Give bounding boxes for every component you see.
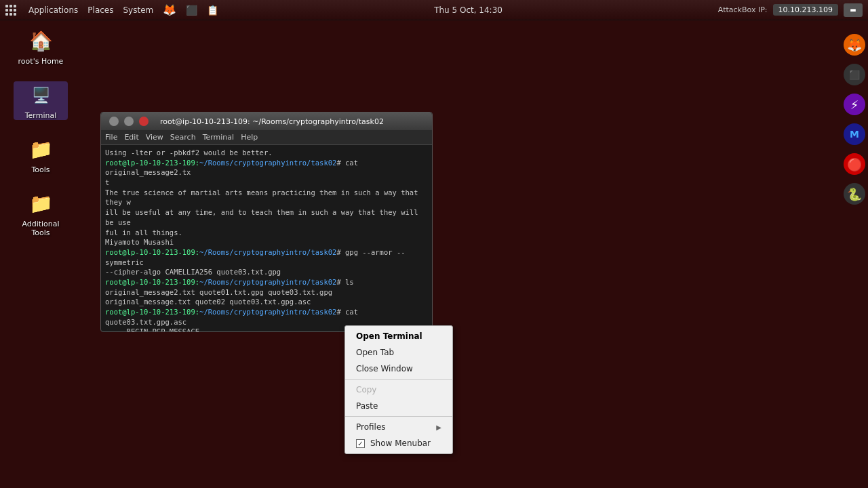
terminal-line: root@lp-10-10-213-109:~/Rooms/cryptograp… — [105, 247, 428, 267]
apps-grid-icon — [5, 5, 16, 16]
ctx-paste[interactable]: Paste — [345, 398, 452, 414]
ctx-profiles-label: Profiles — [356, 422, 386, 432]
taskbar-datetime: Thu 5 Oct, 14:30 — [434, 5, 502, 15]
tools-icon-label: Tools — [31, 165, 50, 174]
taskbar-button[interactable]: ▬ — [844, 3, 863, 17]
terminal-title: root@ip-10-10-213-109: ~/Rooms/cryptogra… — [149, 117, 395, 126]
terminal-line: ill be useful at any time, and to teach … — [105, 207, 428, 227]
terminal-line: --cipher-algo CAMELLIA256 quote03.txt.gp… — [105, 267, 428, 277]
home-icon: 🏠 — [27, 27, 54, 54]
menu-view[interactable]: View — [146, 133, 163, 142]
minimize-button[interactable] — [109, 117, 119, 126]
menu-help[interactable]: Help — [241, 133, 258, 142]
ctx-open-tab[interactable]: Open Tab — [345, 344, 452, 361]
ctx-show-menubar-label: Show Menubar — [370, 439, 431, 448]
terminal-line: Using -lter or -pbkdf2 would be better. — [105, 148, 428, 158]
bolt-sidebar-icon[interactable]: ⚡ — [844, 94, 865, 115]
terminal-sidebar-icon[interactable]: ⬛ — [844, 64, 865, 85]
firefox-icon[interactable]: 🦊 — [163, 3, 176, 16]
terminal-line: original_message2.txt quote01.txt.gpg qu… — [105, 287, 428, 298]
taskbar-applications[interactable]: Applications — [28, 5, 78, 15]
terminal-titlebar: root@ip-10-10-213-109: ~/Rooms/cryptogra… — [101, 113, 432, 130]
terminal-line: The true science of martial arts means p… — [105, 188, 428, 207]
taskbar-right: AttackBox IP: 10.10.213.109 ▬ — [718, 3, 863, 17]
red-sidebar-icon[interactable]: 🔴 — [844, 153, 865, 175]
m-sidebar-icon[interactable]: M — [844, 123, 865, 145]
taskbar-system[interactable]: System — [123, 5, 153, 15]
ctx-copy-label: Copy — [356, 385, 376, 394]
ctx-separator-1 — [345, 379, 452, 380]
terminal-line: root@lp-10-10-213-109:~/Rooms/cryptograp… — [105, 158, 428, 178]
terminal-icon-label: Terminal — [25, 111, 57, 120]
ctx-show-menubar-left: ✓ Show Menubar — [356, 439, 431, 448]
snake-sidebar-icon[interactable]: 🐍 — [844, 183, 865, 205]
show-menubar-checkbox[interactable]: ✓ — [356, 439, 365, 448]
terminal-icon[interactable]: ⬛ — [186, 5, 197, 16]
desktop-icon-tools[interactable]: 📁 Tools — [14, 136, 68, 174]
ctx-close-window[interactable]: Close Window — [345, 361, 452, 377]
terminal-line: root@lp-10-10-213-109:~/Rooms/cryptograp… — [105, 307, 428, 327]
terminal-window: root@ip-10-10-213-109: ~/Rooms/cryptogra… — [100, 112, 433, 332]
tools-icon: 📁 — [27, 136, 54, 163]
menu-search[interactable]: Search — [170, 133, 196, 142]
display-icon: ▬ — [850, 6, 856, 14]
menu-terminal[interactable]: Terminal — [203, 133, 235, 142]
terminal-menubar: File Edit View Search Terminal Help — [101, 130, 432, 145]
ctx-copy: Copy — [345, 382, 452, 398]
additional-tools-icon: 📁 — [27, 190, 54, 217]
terminal-line: original_message.txt quote02 quote03.txt… — [105, 297, 428, 307]
desktop-icon-terminal[interactable]: 🖥️ Terminal — [14, 81, 68, 120]
close-button[interactable] — [139, 117, 149, 126]
terminal-line: t — [105, 178, 428, 188]
terminal-line: Miyamoto Musashi — [105, 237, 428, 247]
window-controls — [106, 117, 149, 126]
home-icon-label: root's Home — [18, 57, 64, 66]
additional-tools-icon-label: Additional Tools — [14, 220, 68, 237]
ctx-open-terminal-label: Open Terminal — [356, 331, 422, 341]
ctx-paste-label: Paste — [356, 401, 378, 411]
ctx-separator-2 — [345, 416, 452, 417]
ctx-show-menubar[interactable]: ✓ Show Menubar — [345, 435, 452, 451]
menu-edit[interactable]: Edit — [124, 133, 138, 142]
ctx-open-terminal[interactable]: Open Terminal — [345, 328, 452, 344]
attackbox-ip: 10.10.213.109 — [773, 4, 838, 16]
ctx-close-window-label: Close Window — [356, 364, 413, 373]
taskbar-places[interactable]: Places — [87, 5, 113, 15]
maximize-button[interactable] — [124, 117, 134, 126]
terminal-line: root@lp-10-10-213-109:~/Rooms/cryptograp… — [105, 277, 428, 287]
terminal-line: ful in all things. — [105, 228, 428, 238]
terminal-content[interactable]: Using -lter or -pbkdf2 would be better. … — [101, 145, 432, 331]
desktop: 🏠 root's Home 🖥️ Terminal 📁 Tools 📁 Addi… — [0, 20, 868, 488]
right-sidebar: 🦊 ⬛ ⚡ M 🔴 🐍 — [841, 20, 868, 488]
ctx-open-tab-label: Open Tab — [356, 348, 394, 357]
firefox-sidebar-icon[interactable]: 🦊 — [844, 34, 865, 56]
attackbox-label: AttackBox IP: — [718, 5, 768, 14]
taskbar: Applications Places System 🦊 ⬛ 📋 Thu 5 O… — [0, 0, 868, 20]
ctx-profiles[interactable]: Profiles ▶ — [345, 419, 452, 435]
extra-icon[interactable]: 📋 — [207, 5, 218, 16]
submenu-arrow-icon: ▶ — [436, 424, 441, 431]
menu-file[interactable]: File — [105, 133, 117, 142]
taskbar-left: Applications Places System 🦊 ⬛ 📋 — [5, 3, 218, 16]
context-menu: Open Terminal Open Tab Close Window Copy… — [344, 325, 453, 454]
terminal-desktop-icon: 🖥️ — [27, 81, 54, 108]
desktop-icon-home[interactable]: 🏠 root's Home — [14, 27, 68, 66]
desktop-icon-additional-tools[interactable]: 📁 Additional Tools — [14, 190, 68, 237]
